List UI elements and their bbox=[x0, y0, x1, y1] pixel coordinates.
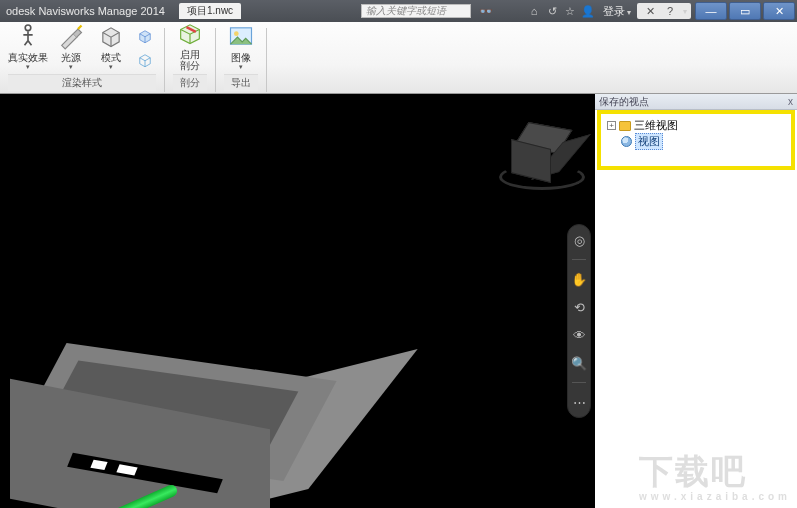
viewcube[interactable] bbox=[507, 120, 577, 190]
svg-point-2 bbox=[234, 31, 239, 36]
wireframe-icon bbox=[136, 51, 154, 69]
panel-title: 保存的视点 bbox=[599, 95, 649, 109]
steering-wheel-button[interactable]: ◎ bbox=[570, 231, 588, 249]
exchange-icon[interactable]: ✕ bbox=[643, 4, 657, 18]
panel-close-button[interactable]: x bbox=[788, 96, 793, 107]
orbit-button[interactable]: ⟲ bbox=[570, 298, 588, 316]
ribbon-group-export: 图像 ▾ 导出 bbox=[216, 22, 266, 93]
more-tools-button[interactable]: ⋯ bbox=[570, 393, 588, 411]
viewcube-compass-ring[interactable] bbox=[499, 164, 585, 190]
pan-button[interactable]: ✋ bbox=[570, 270, 588, 288]
ribbon-group-label: 渲染样式 bbox=[8, 74, 156, 91]
realistic-effects-button[interactable]: 真实效果 ▾ bbox=[8, 22, 48, 71]
chevron-down-icon: ▾ bbox=[26, 63, 30, 71]
tree-expander[interactable]: + bbox=[607, 121, 616, 130]
mannequin-icon bbox=[14, 22, 42, 50]
window-minimize-button[interactable]: — bbox=[695, 2, 727, 20]
image-icon bbox=[227, 22, 255, 50]
chevron-down-icon: ▾ bbox=[69, 63, 73, 71]
scene-3d bbox=[0, 94, 595, 508]
cube-wire-icon bbox=[136, 27, 154, 45]
chevron-down-icon: ▾ bbox=[109, 63, 113, 71]
work-area: ◎ ✋ ⟲ 👁 🔍 ⋯ 保存的视点 x + 三维视图 视图 bbox=[0, 94, 797, 508]
search-input[interactable]: 输入关键字或短语 bbox=[361, 4, 471, 18]
zoom-button[interactable]: 🔍 bbox=[570, 354, 588, 372]
tree-root-label: 三维视图 bbox=[634, 118, 678, 133]
shaded-wire-button[interactable] bbox=[134, 25, 156, 47]
favorite-icon[interactable]: ☆ bbox=[563, 4, 577, 18]
window-maximize-button[interactable]: ▭ bbox=[729, 2, 761, 20]
binoculars-icon[interactable]: 👓 bbox=[479, 4, 493, 18]
wireframe-button[interactable] bbox=[134, 49, 156, 71]
login-link[interactable]: 登录▾ bbox=[603, 4, 631, 19]
user-icon[interactable]: 👤 bbox=[581, 4, 595, 18]
document-tab[interactable]: 项目1.nwc bbox=[179, 3, 241, 19]
saved-viewpoints-panel: 保存的视点 x + 三维视图 视图 bbox=[595, 94, 797, 508]
tree-root-row[interactable]: + 三维视图 bbox=[607, 118, 785, 133]
ribbon: 真实效果 ▾ 光源 ▾ 模式 ▾ 渲染样式 bbox=[0, 22, 797, 94]
navigation-bar: ◎ ✋ ⟲ 👁 🔍 ⋯ bbox=[567, 224, 591, 418]
chevron-down-icon: ▾ bbox=[239, 63, 243, 71]
mode-button[interactable]: 模式 ▾ bbox=[94, 22, 128, 71]
image-export-button[interactable]: 图像 ▾ bbox=[224, 22, 258, 71]
svg-point-0 bbox=[25, 25, 31, 31]
panel-header[interactable]: 保存的视点 x bbox=[595, 94, 797, 110]
flashlight-icon bbox=[57, 22, 85, 50]
recent-icon[interactable]: ↺ bbox=[545, 4, 559, 18]
ribbon-group-label: 导出 bbox=[224, 74, 258, 91]
ribbon-group-render-style: 真实效果 ▾ 光源 ▾ 模式 ▾ 渲染样式 bbox=[0, 22, 164, 93]
look-button[interactable]: 👁 bbox=[570, 326, 588, 344]
ribbon-group-label: 剖分 bbox=[173, 74, 207, 91]
section-box-icon bbox=[176, 19, 204, 47]
tutorial-highlight: + 三维视图 视图 bbox=[597, 110, 795, 170]
help-icon[interactable]: ? bbox=[663, 4, 677, 18]
viewport-3d[interactable]: ◎ ✋ ⟲ 👁 🔍 ⋯ bbox=[0, 94, 595, 508]
titlebar: odesk Navisworks Manage 2014 项目1.nwc 输入关… bbox=[0, 0, 797, 22]
folder-icon bbox=[619, 121, 631, 131]
chevron-down-icon: ▾ bbox=[627, 8, 631, 17]
chevron-down-icon: ▾ bbox=[683, 7, 687, 16]
light-source-button[interactable]: 光源 ▾ bbox=[54, 22, 88, 71]
home-icon[interactable]: ⌂ bbox=[527, 4, 541, 18]
window-close-button[interactable]: ✕ bbox=[763, 2, 795, 20]
ribbon-group-section: 启用 剖分 剖分 bbox=[165, 22, 215, 93]
viewpoints-tree: + 三维视图 视图 bbox=[595, 110, 797, 174]
enable-section-button[interactable]: 启用 剖分 bbox=[173, 19, 207, 71]
cube-icon bbox=[97, 22, 125, 50]
app-title: odesk Navisworks Manage 2014 bbox=[6, 5, 165, 17]
viewpoint-icon bbox=[621, 136, 632, 147]
tree-child-label-selected[interactable]: 视图 bbox=[635, 133, 663, 150]
tree-child-row[interactable]: 视图 bbox=[621, 133, 785, 150]
